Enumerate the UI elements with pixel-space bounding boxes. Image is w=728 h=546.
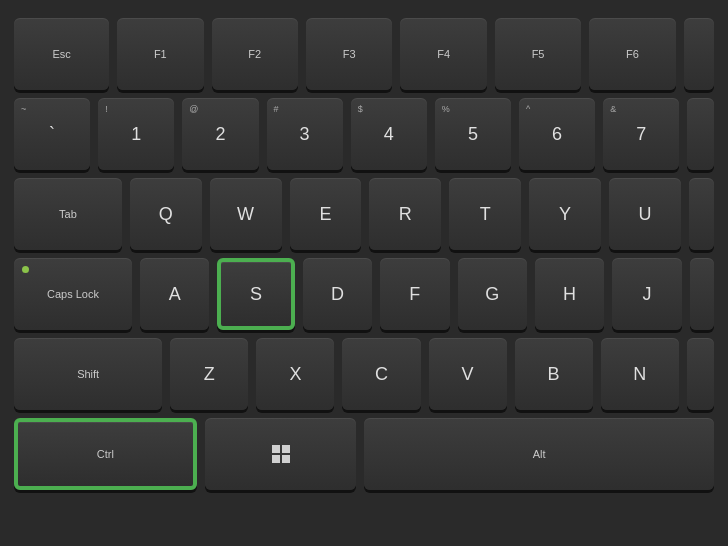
key-n[interactable]: N [601,338,679,410]
key-backtick[interactable]: ~ ` [14,98,90,170]
key-c[interactable]: C [342,338,420,410]
key-q[interactable]: Q [130,178,202,250]
key-esc[interactable]: Esc [14,18,109,90]
key-j[interactable]: J [612,258,681,330]
key-t[interactable]: T [449,178,521,250]
key-g[interactable]: G [458,258,527,330]
key-h[interactable]: H [535,258,604,330]
key-f3[interactable]: F3 [306,18,392,90]
key-y[interactable]: Y [529,178,601,250]
keyboard: Esc F1 F2 F3 F4 F5 F6 ~ ` ! 1 [0,0,728,546]
bottom-row: Ctrl Alt [14,418,714,490]
key-b[interactable]: B [515,338,593,410]
key-1[interactable]: ! 1 [98,98,174,170]
key-n-partial [687,338,714,410]
key-f6[interactable]: F6 [589,18,675,90]
key-windows[interactable] [205,418,357,490]
key-r[interactable]: R [369,178,441,250]
key-tab[interactable]: Tab [14,178,122,250]
key-4[interactable]: $ 4 [351,98,427,170]
number-row: ~ ` ! 1 @ 2 # 3 $ 4 % 5 ^ 6 & 7 [14,98,714,170]
key-f5[interactable]: F5 [495,18,581,90]
key-5[interactable]: % 5 [435,98,511,170]
key-x[interactable]: X [256,338,334,410]
qwerty-row: Tab Q W E R T Y U [14,178,714,250]
key-shift[interactable]: Shift [14,338,162,410]
key-ctrl[interactable]: Ctrl [14,418,197,490]
key-w[interactable]: W [210,178,282,250]
function-row: Esc F1 F2 F3 F4 F5 F6 [14,18,714,90]
key-f6-partial [684,18,714,90]
key-3[interactable]: # 3 [267,98,343,170]
key-7-partial [687,98,714,170]
key-e[interactable]: E [290,178,362,250]
key-caps-lock[interactable]: Caps Lock [14,258,132,330]
key-f1[interactable]: F1 [117,18,203,90]
key-f4[interactable]: F4 [400,18,486,90]
key-u[interactable]: U [609,178,681,250]
key-s[interactable]: S [217,258,294,330]
key-2[interactable]: @ 2 [182,98,258,170]
shift-row: Shift Z X C V B N [14,338,714,410]
windows-icon [272,445,290,463]
key-u-partial [689,178,714,250]
key-z[interactable]: Z [170,338,248,410]
key-7[interactable]: & 7 [603,98,679,170]
key-f2[interactable]: F2 [212,18,298,90]
key-f[interactable]: F [380,258,449,330]
key-d[interactable]: D [303,258,372,330]
key-a[interactable]: A [140,258,209,330]
key-v[interactable]: V [429,338,507,410]
home-row: Caps Lock A S D F G H J [14,258,714,330]
key-alt[interactable]: Alt [364,418,714,490]
key-j-partial [690,258,714,330]
key-6[interactable]: ^ 6 [519,98,595,170]
